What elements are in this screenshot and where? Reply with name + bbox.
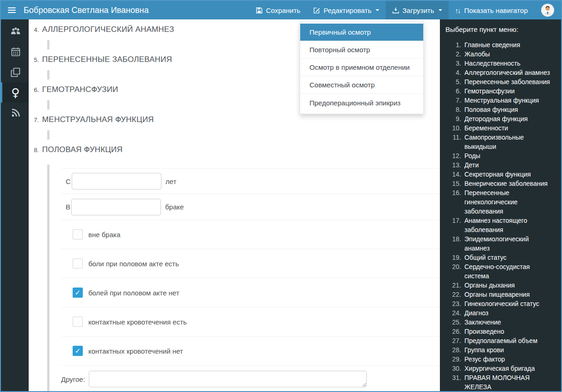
menu-item-number: 28. bbox=[445, 345, 461, 355]
checkbox-label: боли при половом акте есть bbox=[88, 260, 179, 268]
checkbox[interactable] bbox=[73, 346, 83, 356]
dropdown-menu-item[interactable]: Предоперационный эпикриз bbox=[300, 94, 423, 111]
sidebar-item-gynecology[interactable]: ♀ bbox=[1, 82, 29, 103]
navigator-menu-item[interactable]: 2. Жалобы bbox=[445, 49, 556, 59]
other-textarea[interactable] bbox=[89, 371, 367, 387]
menu-item-number: 12. bbox=[445, 151, 461, 160]
menu-item-text: Резус фактор bbox=[464, 355, 556, 364]
navigator-menu-item[interactable]: 20. Сердечно-сосудистая система bbox=[445, 262, 556, 281]
menu-item-text: Группа крови bbox=[464, 345, 556, 355]
menu-item-number: 21. bbox=[445, 281, 461, 290]
form-checkbox-row: контактные кровотечения есть bbox=[61, 307, 440, 337]
form-input-row: С лет bbox=[61, 168, 440, 194]
navigator-menu-item[interactable]: 16. Перенесенные гинекологические заболе… bbox=[445, 188, 556, 216]
navigator-menu-item[interactable]: 30. Хирургическая бригада bbox=[445, 364, 556, 373]
navigator-menu-item[interactable]: 6. Гемотрансфузии bbox=[445, 86, 556, 96]
text-input[interactable] bbox=[71, 199, 161, 215]
navigator-menu-item[interactable]: 5. Перенесенные заболевания bbox=[445, 77, 556, 86]
navigator-menu-item[interactable]: 15. Венерические заболевания bbox=[445, 179, 556, 188]
hamburger-menu-button[interactable] bbox=[1, 1, 22, 19]
navigator-menu-item[interactable]: 9. Детородная функция bbox=[445, 114, 556, 123]
upload-button[interactable]: Загрузить bbox=[386, 1, 449, 19]
navigator-menu-item[interactable]: 31. ПРАВАЯ МОЛОЧНАЯ ЖЕЛЕЗА bbox=[445, 373, 556, 391]
venus-icon: ♀ bbox=[11, 87, 19, 98]
menu-item-number: 6. bbox=[445, 86, 461, 96]
sidebar-item-feed[interactable] bbox=[1, 103, 29, 123]
save-button[interactable]: Сохранить bbox=[249, 1, 307, 19]
show-navigator-button[interactable]: ↑↓ Показать навигатор bbox=[449, 1, 534, 19]
navigator-menu-item[interactable]: 14. Секреторная функция bbox=[445, 170, 556, 179]
checkbox-label: болей при половом акте нет bbox=[88, 289, 179, 297]
navigator-menu-item[interactable]: 24. Диагноз bbox=[445, 308, 556, 318]
navigator-menu-item[interactable]: 27. Предполагаемый объем bbox=[445, 336, 556, 345]
text-input[interactable] bbox=[72, 173, 161, 190]
users-icon bbox=[10, 27, 21, 36]
navigator-menu-item[interactable]: 21. Органы дыхания bbox=[445, 281, 556, 290]
section-number: 5. bbox=[32, 56, 39, 63]
expanded-section-body: С лет В браке bbox=[29, 154, 440, 392]
menu-item-text: Секреторная функция bbox=[464, 170, 556, 179]
navigator-menu-item[interactable]: 29. Резус фактор bbox=[445, 355, 556, 364]
top-navbar: Бобровская Светлана Ивановна Сохранить Р… bbox=[1, 1, 561, 19]
checkbox[interactable] bbox=[73, 317, 83, 327]
section-title: ПОЛОВАЯ ФУНКЦИЯ bbox=[42, 145, 123, 154]
menu-item-number: 19. bbox=[445, 253, 461, 262]
up-down-arrows-icon: ↑↓ bbox=[455, 6, 460, 14]
menu-item-number: 22. bbox=[445, 290, 461, 299]
navigator-menu-item[interactable]: 17. Анамнез настоящего заболевания bbox=[445, 216, 556, 234]
navigator-menu-item[interactable]: 4. Аллергологический анамнез bbox=[445, 68, 556, 77]
navigator-menu-item[interactable]: 25. Заключение bbox=[445, 318, 556, 327]
checkbox[interactable] bbox=[73, 288, 83, 298]
navigator-menu-item[interactable]: 11. Самопроизвольные выкидыши bbox=[445, 133, 556, 151]
navigator-menu-item[interactable]: 1. Главные сведения bbox=[445, 40, 556, 49]
menu-item-number: 7. bbox=[445, 96, 461, 105]
sidebar-item-patients[interactable] bbox=[1, 21, 29, 42]
menu-item-text: Аллергологический анамнез bbox=[464, 68, 556, 77]
checkbox-rows: вне брака боли при половом акте есть бол… bbox=[61, 220, 440, 366]
menu-item-number: 9. bbox=[445, 114, 461, 123]
doctor-avatar bbox=[541, 3, 555, 17]
menu-item-number: 13. bbox=[445, 160, 461, 170]
menu-item-number: 17. bbox=[445, 216, 461, 234]
menu-item-text: Венерические заболевания bbox=[464, 179, 556, 188]
navigator-menu-item[interactable]: 8. Половая функция bbox=[445, 105, 556, 114]
rss-icon bbox=[11, 108, 20, 117]
menu-item-text: Роды bbox=[464, 151, 556, 160]
dropdown-menu-item[interactable]: Повторный осмотр bbox=[300, 41, 423, 59]
navigator-panel-header: Выберите пункт меню: bbox=[445, 25, 556, 33]
sidebar-item-documents[interactable] bbox=[1, 62, 29, 82]
navigator-menu-item[interactable]: 26. Произведено bbox=[445, 327, 556, 336]
checkbox[interactable] bbox=[73, 229, 83, 239]
checkbox[interactable] bbox=[73, 258, 83, 269]
user-avatar-button[interactable] bbox=[534, 1, 561, 19]
navigator-menu-item[interactable]: 3. Наследственность bbox=[445, 59, 556, 68]
navigator-menu-item[interactable]: 10. Беременности bbox=[445, 123, 556, 133]
dropdown-menu-item[interactable]: Совместный осмотр bbox=[300, 76, 423, 94]
navigator-menu-item[interactable]: 19. Общий статус bbox=[445, 253, 556, 262]
navigator-panel: Выберите пункт меню: 1. Главные сведения… bbox=[440, 19, 561, 391]
navigator-menu-item[interactable]: 18. Эпидемиологический анамнез bbox=[445, 234, 556, 253]
dropdown-menu-item[interactable]: Первичный осмотр bbox=[300, 24, 423, 41]
navigator-menu-item[interactable]: 7. Менструальная функция bbox=[445, 96, 556, 105]
dropdown-menu-item[interactable]: Осмотр в приемном отделении bbox=[300, 59, 423, 76]
menu-item-number: 18. bbox=[445, 234, 461, 253]
sidebar-item-calendar[interactable] bbox=[1, 42, 29, 62]
menu-item-text: Гемотрансфузии bbox=[464, 86, 556, 96]
menu-item-number: 11. bbox=[445, 133, 461, 151]
patient-name-title: Бобровская Светлана Ивановна bbox=[24, 6, 148, 15]
navigator-menu-item[interactable]: 13. Дети bbox=[445, 160, 556, 170]
menu-item-number: 23. bbox=[445, 299, 461, 308]
menu-item-number: 15. bbox=[445, 179, 461, 188]
navigator-menu-item[interactable]: 28. Группа крови bbox=[445, 345, 556, 355]
input-suffix-label: браке bbox=[165, 203, 184, 211]
form-rows: С лет В браке bbox=[61, 168, 440, 392]
navigator-menu-item[interactable]: 22. Органы пищеварения bbox=[445, 290, 556, 299]
section-collapse-stub bbox=[47, 100, 49, 110]
menu-item-number: 3. bbox=[445, 59, 461, 68]
download-icon bbox=[392, 7, 399, 14]
navigator-menu-item[interactable]: 12. Роды bbox=[445, 151, 556, 160]
navigator-menu-item[interactable]: 23. Гинекологический статус bbox=[445, 299, 556, 308]
input-prefix-label: С bbox=[66, 178, 71, 185]
menu-item-number: 8. bbox=[445, 105, 461, 114]
edit-button[interactable]: Редактировать bbox=[307, 1, 386, 19]
